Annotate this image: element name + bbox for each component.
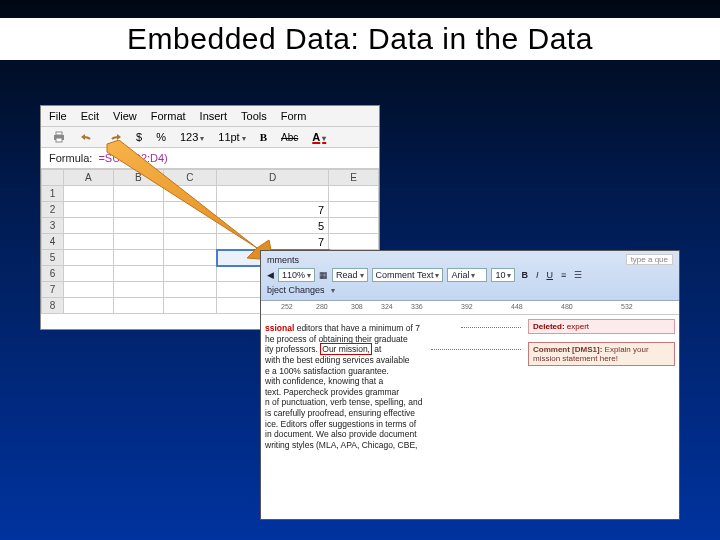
doc-text: ity professors. [265, 344, 320, 354]
cell[interactable] [329, 218, 379, 234]
cell[interactable] [329, 202, 379, 218]
view-mode-dropdown[interactable]: Read [332, 268, 368, 282]
row-header-4[interactable]: 4 [42, 234, 64, 250]
cell[interactable] [163, 202, 216, 218]
currency-button[interactable]: $ [133, 130, 145, 144]
row-header-7[interactable]: 7 [42, 282, 64, 298]
cell[interactable] [217, 186, 329, 202]
comments-tab-fragment[interactable]: mments [267, 255, 299, 265]
col-header-a[interactable]: A [64, 170, 114, 186]
cell[interactable] [113, 234, 163, 250]
doc-text: text. Papercheck provides grammar [265, 387, 518, 398]
underline-button[interactable]: U [544, 270, 555, 280]
ruler[interactable]: 252 280 308 324 336 392 448 480 532 [261, 301, 679, 315]
cell[interactable] [113, 298, 163, 314]
menu-view[interactable]: View [113, 110, 137, 122]
cell[interactable] [64, 186, 114, 202]
doc-text: he process of obtaining their graduate [265, 334, 518, 345]
help-search-input[interactable]: type a que [626, 254, 673, 265]
select-all-corner[interactable] [42, 170, 64, 186]
cell[interactable] [64, 218, 114, 234]
cell[interactable] [163, 186, 216, 202]
formula-input[interactable]: =SUM(D2:D4) [98, 152, 371, 164]
row-header-6[interactable]: 6 [42, 266, 64, 282]
font-size-dropdown[interactable]: 11pt [215, 130, 248, 144]
style-dropdown[interactable]: Comment Text [372, 268, 444, 282]
cell[interactable] [64, 266, 114, 282]
row-header-5[interactable]: 5 [42, 250, 64, 266]
comment-label: Comment [DMS1]: [533, 345, 602, 354]
font-dropdown[interactable]: Arial [447, 268, 487, 282]
row-header-3[interactable]: 3 [42, 218, 64, 234]
undo-icon[interactable] [77, 131, 97, 143]
cell[interactable] [329, 186, 379, 202]
cell[interactable] [113, 202, 163, 218]
cell-d3[interactable]: 5 [217, 218, 329, 234]
cell-d2[interactable]: 7 [217, 202, 329, 218]
cell[interactable] [64, 234, 114, 250]
col-header-e[interactable]: E [329, 170, 379, 186]
menu-format[interactable]: Format [151, 110, 186, 122]
document-text-area[interactable]: ssional editors that have a minimum of 7… [261, 315, 524, 520]
comment-anchor[interactable]: Our mission, [320, 343, 372, 355]
doc-text: with confidence, knowing that a [265, 376, 518, 387]
bold-button[interactable]: B [519, 270, 530, 280]
row-header-1[interactable]: 1 [42, 186, 64, 202]
font-size-dropdown[interactable]: 10 [491, 268, 515, 282]
col-header-b[interactable]: B [113, 170, 163, 186]
table-row: 47 [42, 234, 379, 250]
menu-form[interactable]: Form [281, 110, 307, 122]
ruler-tick: 280 [316, 303, 328, 310]
bold-button[interactable]: B [257, 130, 270, 144]
row-header-2[interactable]: 2 [42, 202, 64, 218]
zoom-dropdown[interactable]: 110% [278, 268, 315, 282]
cell[interactable] [329, 234, 379, 250]
track-changes-label[interactable]: bject Changes [267, 285, 325, 295]
track-changes-dropdown-icon[interactable] [329, 285, 335, 295]
row-header-8[interactable]: 8 [42, 298, 64, 314]
doc-text: is carefully proofread, ensuring effecti… [265, 408, 518, 419]
document-body: ssional editors that have a minimum of 7… [261, 315, 679, 520]
cell[interactable] [113, 250, 163, 266]
cell[interactable] [163, 234, 216, 250]
view-icon[interactable]: ▦ [319, 270, 328, 280]
text-color-button[interactable]: A [309, 130, 329, 144]
cell[interactable] [163, 266, 216, 282]
table-row: 35 [42, 218, 379, 234]
col-header-c[interactable]: C [163, 170, 216, 186]
comment-balloon[interactable]: Comment [DMS1]: Explain your mission sta… [528, 342, 675, 366]
strikethrough-button[interactable]: Abc [278, 131, 301, 144]
percent-button[interactable]: % [153, 130, 169, 144]
cell-d4[interactable]: 7 [217, 234, 329, 250]
cell[interactable] [113, 282, 163, 298]
deleted-balloon[interactable]: Deleted: expert [528, 319, 675, 334]
menu-insert[interactable]: Insert [200, 110, 228, 122]
cell[interactable] [163, 218, 216, 234]
redo-icon[interactable] [105, 131, 125, 143]
balloon-connector-icon [461, 327, 521, 328]
ribbon-row-2: ◀ 110% ▦ Read Comment Text Arial 10 B I … [267, 268, 673, 282]
cell[interactable] [163, 250, 216, 266]
ruler-tick: 324 [381, 303, 393, 310]
align-icon[interactable]: ≡ [559, 270, 568, 280]
cell[interactable] [64, 282, 114, 298]
list-icon[interactable]: ☰ [572, 270, 584, 280]
italic-button[interactable]: I [534, 270, 541, 280]
number-format-button[interactable]: 123 [177, 130, 207, 144]
cell[interactable] [113, 186, 163, 202]
menu-file[interactable]: File [49, 110, 67, 122]
print-icon[interactable] [49, 130, 69, 144]
cell[interactable] [113, 218, 163, 234]
col-header-d[interactable]: D [217, 170, 329, 186]
menu-edit[interactable]: Ecit [81, 110, 99, 122]
cell[interactable] [64, 202, 114, 218]
svg-rect-2 [56, 138, 62, 142]
cell[interactable] [163, 282, 216, 298]
doc-text: n of punctuation, verb tense, spelling, … [265, 397, 518, 408]
cell[interactable] [64, 250, 114, 266]
cell[interactable] [64, 298, 114, 314]
cell[interactable] [113, 266, 163, 282]
cell[interactable] [163, 298, 216, 314]
menu-tools[interactable]: Tools [241, 110, 267, 122]
nav-prev-icon[interactable]: ◀ [267, 270, 274, 280]
